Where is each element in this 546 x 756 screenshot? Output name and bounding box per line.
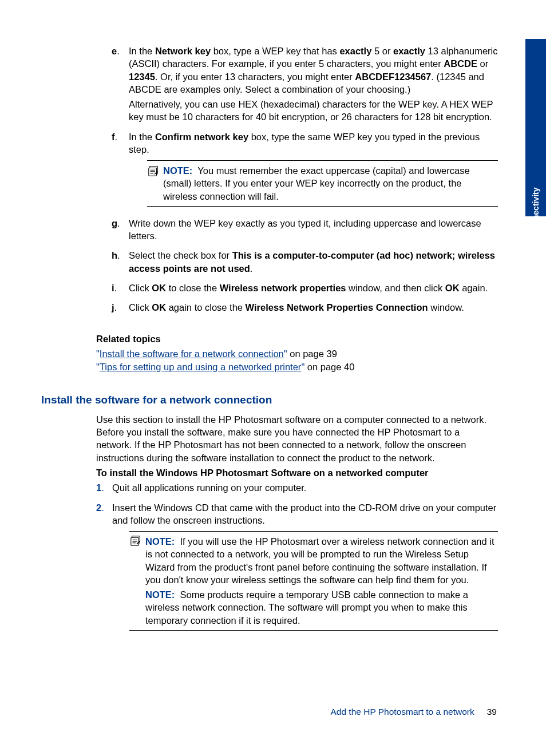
step-e-p1: In the Network key box, type a WEP key t… [129,45,498,96]
page: Connectivity e In the Network key box, t… [0,0,546,756]
step-h-text: Select the check box for This is a compu… [129,249,498,275]
section-intro: Use this section to install the HP Photo… [96,413,496,479]
numbered-steps: 1 Quit all applications running on your … [96,481,498,636]
page-number: 39 [487,707,497,717]
step-f: f In the Confirm network key box, type t… [112,130,498,212]
related-link-1-line: "Install the software for a network conn… [96,347,498,360]
footer: Add the HP Photosmart to a network39 [330,706,497,718]
related-link-1[interactable]: Install the software for a network conne… [100,349,284,359]
chapter-tab-label: Connectivity [531,187,541,235]
note-icon [147,165,160,177]
section-heading: Install the software for a network conne… [41,393,498,407]
step-j: j Click OK again to close the Wireless N… [112,301,498,316]
step-e-p2: Alternatively, you can use HEX (hexadeci… [129,98,498,124]
step-marker: h [112,249,129,277]
note-label: NOTE: [145,589,175,600]
related-link-2-line: "Tips for setting up and using a network… [96,361,498,373]
step-marker: e [112,45,129,126]
note-label: NOTE: [145,536,175,547]
step-j-text: Click OK again to close the Wireless Net… [129,301,498,314]
step-marker: i [112,282,129,296]
note-label: NOTE: [163,165,192,176]
step-g-text: Write down the WEP key exactly as you ty… [129,217,498,243]
step-e: e In the Network key box, type a WEP key… [112,45,498,126]
related-link-2[interactable]: Tips for setting up and using a networke… [100,362,302,372]
step-2: 2 Insert the Windows CD that came with t… [96,501,498,636]
step-f-p1: In the Confirm network key box, type the… [129,130,498,156]
content-area: e In the Network key box, type a WEP key… [0,45,498,641]
note-1-text: NOTE: If you will use the HP Photosmart … [145,535,498,586]
related-heading: Related topics [96,333,498,345]
sub-heading: To install the Windows HP Photosmart Sof… [96,466,496,479]
step-1: 1 Quit all applications running on your … [96,481,498,496]
note-box: NOTE: If you will use the HP Photosmart … [129,531,498,631]
step-g: g Write down the WEP key exactly as you … [112,217,498,245]
step-marker: 2 [96,501,112,636]
step-2-text: Insert the Windows CD that came with the… [112,501,498,527]
step-i: i Click OK to close the Wireless network… [112,282,498,296]
step-marker: j [112,301,129,316]
footer-text: Add the HP Photosmart to a network [330,707,474,717]
step-marker: f [112,130,129,212]
related-topics: Related topics "Install the software for… [96,333,498,374]
step-i-text: Click OK to close the Wireless network p… [129,282,498,294]
chapter-tab: Connectivity [525,39,546,216]
step-marker: g [112,217,129,245]
intro-text: Use this section to install the HP Photo… [96,413,496,464]
step-marker: 1 [96,481,112,496]
note-text: NOTE: You must remember the exact upperc… [163,164,498,203]
note-2-text: NOTE: Some products require a temporary … [145,588,498,627]
step-h: h Select the check box for This is a com… [112,249,498,277]
lettered-steps: e In the Network key box, type a WEP key… [112,45,498,316]
step-1-text: Quit all applications running on your co… [112,481,498,494]
note-icon [129,535,142,547]
note-box: NOTE: You must remember the exact upperc… [147,160,498,207]
